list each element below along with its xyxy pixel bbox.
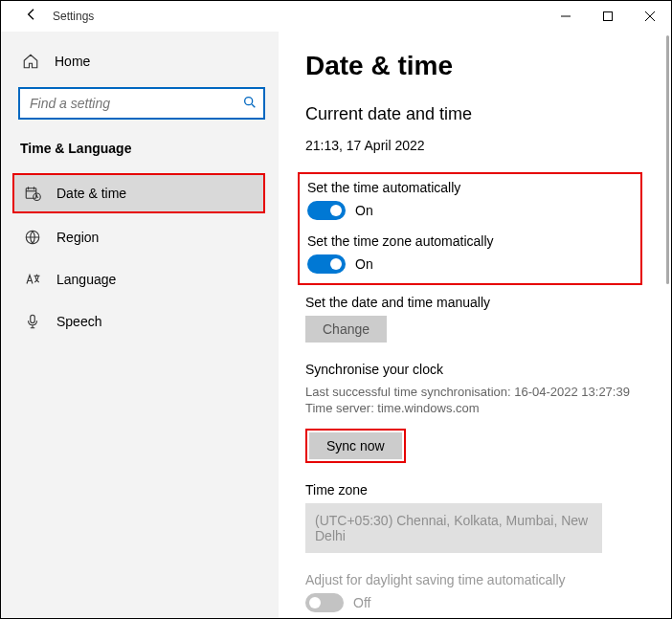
scrollbar[interactable]: [666, 35, 669, 284]
home-icon: [22, 53, 39, 70]
sidebar-item-speech[interactable]: Speech: [18, 303, 265, 340]
page-title: Date & time: [305, 51, 642, 81]
sidebar-item-label: Region: [56, 230, 99, 245]
sidebar-home-label: Home: [55, 54, 90, 69]
sidebar-item-region[interactable]: Region: [18, 219, 265, 255]
set-time-auto-toggle[interactable]: [307, 201, 346, 220]
set-tz-auto-state: On: [355, 256, 373, 272]
sidebar-item-date-time[interactable]: Date & time: [12, 173, 265, 213]
sidebar-section-title: Time & Language: [20, 141, 279, 156]
current-datetime-heading: Current date and time: [305, 104, 642, 124]
sidebar: Home Time & Language Date & time Region …: [1, 32, 279, 618]
set-tz-auto-toggle[interactable]: [307, 254, 346, 274]
sync-last-text: Last successful time synchronisation: 16…: [305, 385, 642, 399]
microphone-icon: [24, 313, 41, 330]
sidebar-item-label: Language: [56, 272, 116, 287]
calendar-clock-icon: [24, 185, 41, 202]
set-time-auto-state: On: [355, 203, 373, 218]
change-button: Change: [305, 316, 387, 343]
search-wrap: [18, 87, 265, 120]
window-controls: [545, 1, 671, 32]
set-manual-label: Set the date and time manually: [305, 295, 642, 310]
maximize-button[interactable]: [587, 1, 629, 32]
back-button[interactable]: [20, 7, 43, 26]
sidebar-item-label: Speech: [56, 314, 101, 329]
search-input[interactable]: [18, 87, 265, 120]
timezone-select: (UTC+05:30) Chennai, Kolkata, Mumbai, Ne…: [305, 503, 602, 553]
titlebar: Settings: [1, 1, 671, 32]
svg-rect-6: [26, 188, 36, 199]
dst-label: Adjust for daylight saving time automati…: [305, 572, 642, 587]
close-button[interactable]: [629, 1, 671, 32]
svg-rect-12: [31, 315, 35, 322]
language-icon: [24, 271, 41, 288]
window-title: Settings: [53, 10, 94, 23]
sidebar-home[interactable]: Home: [22, 53, 279, 70]
globe-icon: [24, 229, 41, 246]
dst-state: Off: [353, 595, 370, 610]
set-time-auto-label: Set the time automatically: [307, 180, 633, 195]
set-tz-auto-label: Set the time zone automatically: [307, 233, 633, 249]
current-datetime-value: 21:13, 17 April 2022: [305, 138, 642, 153]
sidebar-item-label: Date & time: [56, 186, 126, 201]
auto-settings-highlight: Set the time automatically On Set the ti…: [298, 172, 642, 285]
sync-now-button[interactable]: Sync now: [309, 432, 402, 459]
dst-toggle: [305, 593, 344, 612]
sidebar-item-language[interactable]: Language: [18, 261, 265, 298]
sync-server-text: Time server: time.windows.com: [305, 401, 642, 415]
minimize-button[interactable]: [545, 1, 587, 32]
sync-button-highlight: Sync now: [305, 429, 406, 463]
tz-heading: Time zone: [305, 482, 642, 497]
svg-rect-1: [604, 12, 613, 21]
search-icon: [242, 95, 258, 114]
sync-heading: Synchronise your clock: [305, 362, 642, 377]
svg-line-5: [252, 104, 255, 107]
main-content: Date & time Current date and time 21:13,…: [279, 32, 671, 618]
svg-point-4: [245, 98, 253, 105]
